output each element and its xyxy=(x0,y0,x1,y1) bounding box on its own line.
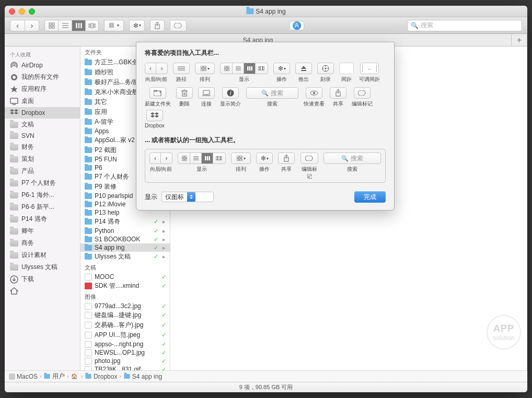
svg-marker-80 xyxy=(155,112,159,115)
file-row[interactable]: 9779ad...3c2.jpg✓ xyxy=(80,302,170,310)
share-button[interactable] xyxy=(150,20,165,31)
path-segment[interactable]: Dropbox xyxy=(85,373,117,380)
default-tags[interactable]: 编辑标记 xyxy=(300,153,318,180)
edit-tags-button[interactable] xyxy=(170,20,187,31)
default-toolbar-set[interactable]: ‹›向后/向前显示▾排列✻▾操作共享编辑标记🔍 搜索搜索 xyxy=(145,149,386,183)
palette-path[interactable]: 路径 xyxy=(173,63,190,83)
palette-delete[interactable]: 删除 xyxy=(176,87,193,108)
sidebar-item-10[interactable]: P7 个人财务 xyxy=(5,177,80,189)
default-nav[interactable]: ‹›向后/向前 xyxy=(149,153,172,173)
file-row[interactable]: NEWSL...OP1.jpg✓ xyxy=(80,348,170,357)
file-row[interactable]: S1 BOOKBOOK✓▸ xyxy=(80,235,170,243)
toolbar-search[interactable]: 🔍 搜索 xyxy=(407,20,522,31)
palette-dropbox[interactable]: Dropbox xyxy=(145,110,165,128)
action-button[interactable]: ✻▾ xyxy=(129,20,145,31)
file-row[interactable]: SDK 管....xmind✓ xyxy=(80,281,170,291)
palette-connect[interactable]: 连接 xyxy=(198,87,215,108)
sidebar-item-7[interactable]: 财务 xyxy=(5,141,80,153)
back-button[interactable]: ‹ xyxy=(10,20,25,31)
appstore-button[interactable]: A xyxy=(290,21,304,30)
close-window[interactable] xyxy=(9,8,15,15)
file-row[interactable]: Python✓▸ xyxy=(80,227,170,235)
sidebar-item-2[interactable]: 应用程序 xyxy=(5,83,80,95)
palette-quicklook[interactable]: 快速查看 xyxy=(304,87,325,108)
palette-newfolder[interactable]: 新建文件夹 xyxy=(145,87,171,108)
sidebar-item-1[interactable]: 我的所有文件 xyxy=(5,71,80,83)
folder-icon xyxy=(85,219,92,225)
sidebar-item-12[interactable]: P6-6 新平... xyxy=(5,201,80,213)
sync-icon: ✓ xyxy=(153,244,159,251)
palette-action[interactable]: ✻▾操作 xyxy=(273,63,290,83)
file-row[interactable]: 交易确...客户).jpg✓ xyxy=(80,320,170,330)
sidebar-item-5[interactable]: 文稿 xyxy=(5,119,80,131)
palette-share[interactable]: 共享 xyxy=(330,87,346,108)
file-row[interactable]: MOOC✓ xyxy=(80,273,170,281)
forward-button[interactable]: › xyxy=(25,20,39,31)
default-view[interactable]: 显示 xyxy=(178,153,226,173)
palette-flexspace[interactable]: ↔可调间距 xyxy=(359,63,380,83)
sidebar-item-11[interactable]: P6-1 海外... xyxy=(5,189,80,201)
sync-icon: ✓ xyxy=(153,218,159,225)
folder-icon xyxy=(85,245,92,251)
arrange-button[interactable]: ▾ xyxy=(104,20,124,31)
sidebar-item-0[interactable]: AirDrop xyxy=(5,60,80,71)
palette-arrange[interactable]: ▾排列 xyxy=(195,63,215,83)
sidebar-item-3[interactable]: 桌面 xyxy=(5,95,80,107)
list-view-button[interactable] xyxy=(58,20,72,31)
sidebar-item-14[interactable]: 卿年 xyxy=(5,225,80,237)
icon-view-button[interactable] xyxy=(44,20,58,31)
sidebar-item-19[interactable] xyxy=(5,285,80,297)
svg-marker-81 xyxy=(151,115,155,118)
folder-icon xyxy=(10,264,18,271)
palette-space[interactable]: 间距 xyxy=(339,63,354,83)
folder-icon xyxy=(10,133,18,139)
default-action[interactable]: ✻▾操作 xyxy=(256,153,273,173)
path-segment[interactable]: 用户 xyxy=(43,372,65,381)
sidebar-item-6[interactable]: SVN xyxy=(5,131,80,141)
palette-tags[interactable]: 编辑标记 xyxy=(352,87,373,108)
palette-info[interactable]: i显示简介 xyxy=(220,87,241,108)
palette-eject[interactable]: 推出 xyxy=(295,63,312,83)
palette-burn[interactable]: 刻录 xyxy=(317,63,334,83)
sidebar-item-13[interactable]: P14 遇奇 xyxy=(5,213,80,225)
sidebar-item-18[interactable]: 下载 xyxy=(5,273,80,285)
file-row[interactable]: P14 遇奇✓▸ xyxy=(80,217,170,227)
sidebar-item-16[interactable]: 设计素材 xyxy=(5,249,80,261)
zoom-window[interactable] xyxy=(29,8,35,15)
palette-nav[interactable]: ‹›向后/向前 xyxy=(145,63,168,83)
svg-rect-19 xyxy=(174,23,181,28)
column-view-button[interactable] xyxy=(72,20,85,31)
file-row[interactable]: S4 app ing✓▸ xyxy=(80,243,170,252)
new-tab-button[interactable]: + xyxy=(512,34,527,46)
palette-view[interactable]: 显示 xyxy=(220,63,268,83)
file-row[interactable]: APP UI...范.jpeg✓ xyxy=(80,330,170,340)
sidebar-item-8[interactable]: 策划 xyxy=(5,153,80,165)
default-share[interactable]: 共享 xyxy=(278,153,295,173)
minimize-window[interactable] xyxy=(19,8,25,15)
file-row[interactable]: TB23liK...831.gif✓ xyxy=(80,365,170,370)
file-row[interactable]: photo.jpg✓ xyxy=(80,357,170,365)
sidebar-item-17[interactable]: Ulysses 文稿 xyxy=(5,261,80,273)
path-segment[interactable]: MacOS xyxy=(9,373,38,380)
file-row[interactable]: Ulysses 文稿✓▸ xyxy=(80,252,170,262)
sidebar-item-4[interactable]: Dropbox xyxy=(5,107,80,119)
default-search[interactable]: 🔍 搜索搜索 xyxy=(323,153,381,173)
done-button[interactable]: 完成 xyxy=(354,191,386,203)
sidebar-item-15[interactable]: 商务 xyxy=(5,237,80,249)
img-icon xyxy=(85,366,92,371)
path-segment[interactable]: 🏠 xyxy=(71,373,79,379)
file-row[interactable]: 键盘编...捷键.jpg✓ xyxy=(80,310,170,320)
svg-rect-49 xyxy=(251,66,252,71)
file-row[interactable]: appso-...right.png✓ xyxy=(80,340,170,348)
sidebar-item-9[interactable]: 产品 xyxy=(5,165,80,177)
folder-icon xyxy=(10,192,18,198)
default-arrange[interactable]: ▾排列 xyxy=(231,153,251,173)
img-icon xyxy=(85,349,92,356)
sync-icon: ✓ xyxy=(160,349,167,356)
svg-point-22 xyxy=(13,76,16,79)
svg-rect-16 xyxy=(112,26,113,27)
show-mode-select[interactable]: 仅图标 xyxy=(161,192,214,202)
path-segment[interactable]: S4 app ing xyxy=(123,373,162,380)
palette-search[interactable]: 🔍 搜索搜索 xyxy=(246,87,298,108)
coverflow-view-button[interactable] xyxy=(85,20,99,31)
